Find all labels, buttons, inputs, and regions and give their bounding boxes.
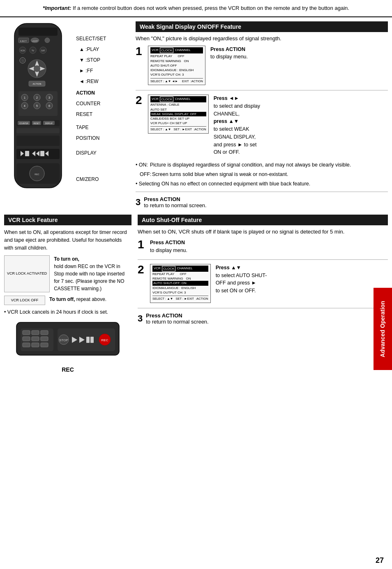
bottom-area: VCR Lock Feature When set to ON, all ope… bbox=[0, 215, 392, 374]
svg-rect-57 bbox=[23, 331, 30, 335]
step2-content: VCRCLOCKCHANNEL ANTENNA : CABLE AUTO SET… bbox=[148, 95, 388, 156]
auto-shutoff-section: Auto Shut-Off Feature When set to ON, VC… bbox=[136, 215, 388, 374]
svg-text:DISPLAY: DISPLAY bbox=[45, 122, 53, 124]
svg-rect-61 bbox=[32, 337, 39, 341]
svg-rect-1 bbox=[18, 28, 58, 36]
vcr-lock-section: VCR Lock Feature When set to ON, all ope… bbox=[4, 215, 136, 374]
step2-sub6: and press ► to set bbox=[214, 142, 257, 148]
bullet-on-text: Picture is displayed regardless of signa… bbox=[150, 161, 351, 169]
turn-off-instruction: To turn off, repeat above. bbox=[49, 296, 106, 305]
remote-illustration: EJECT LIGHT VCR TV SAT ⬛ bbox=[6, 21, 72, 194]
turn-on-instruction: To turn on, hold down REC on the VCR in … bbox=[54, 255, 131, 292]
weak-signal-step1: 1 VCRCLOCKCHANNEL REPEAT PLAY OFF REMOTE… bbox=[136, 46, 388, 86]
auto-shutoff-step1: 1 Press ACTION to display menu. bbox=[138, 239, 388, 254]
label-counter: COUNTER bbox=[76, 99, 100, 109]
bullet-selecting: • Selecting ON has no effect on connecte… bbox=[136, 180, 388, 188]
svg-text:3: 3 bbox=[48, 96, 50, 99]
vcr-lock-turn-off: VCR LOCK OFF To turn off, repeat above. bbox=[4, 296, 131, 305]
important-label: *Important: bbox=[43, 5, 71, 11]
svg-rect-63 bbox=[23, 343, 30, 347]
vcr-lock-bullet: • VCR Lock cancels in 24 hours if clock … bbox=[4, 308, 131, 316]
svg-text:COUNTER: COUNTER bbox=[19, 122, 29, 124]
svg-text:RESET: RESET bbox=[33, 122, 39, 124]
svg-text:⬛: ⬛ bbox=[21, 59, 25, 62]
auto-step2-text: Press ▲▼ to select AUTO SHUT- OFF and pr… bbox=[216, 264, 267, 295]
vcr-lock-off-box: VCR LOCK OFF bbox=[4, 296, 45, 305]
bullet-off-text: Screen turns solid blue when signal is w… bbox=[152, 171, 288, 178]
svg-text:REC: REC bbox=[35, 173, 39, 175]
svg-rect-62 bbox=[41, 337, 48, 341]
auto-step1-instruction: Press ACTION bbox=[150, 240, 185, 245]
step1-instruction: Press ACTION bbox=[210, 46, 245, 52]
svg-text:REC: REC bbox=[101, 338, 108, 342]
bullet-on-label: • ON: bbox=[136, 161, 150, 169]
bullet-off-label: OFF: bbox=[140, 171, 152, 178]
svg-text:STOP: STOP bbox=[59, 338, 68, 342]
svg-text:6: 6 bbox=[48, 104, 50, 107]
svg-text:4: 4 bbox=[24, 104, 25, 107]
label-action: ACTION bbox=[76, 88, 95, 98]
rec-label: REC bbox=[4, 365, 131, 374]
svg-rect-43 bbox=[16, 128, 60, 133]
step3-text: Press ACTION to return to normal screen. bbox=[144, 196, 206, 208]
bullet-off: OFF: Screen turns solid blue when signal… bbox=[136, 171, 388, 178]
advanced-operation-tab: Advanced Operation bbox=[374, 288, 392, 370]
auto-step3-number: 3 bbox=[138, 313, 143, 324]
auto-step2-sub3: to set ON or OFF. bbox=[216, 288, 256, 294]
label-rew: ◄ :REW bbox=[79, 76, 99, 86]
auto-step1-content: Press ACTION to display menu. bbox=[150, 239, 388, 254]
weak-signal-step2: 2 VCRCLOCKCHANNEL ANTENNA : CABLE AUTO S… bbox=[136, 95, 388, 156]
weak-signal-intro: When "ON," picture is displayed regardle… bbox=[136, 35, 388, 42]
svg-point-20 bbox=[34, 65, 40, 72]
auto-shutoff-step2: 2 VCRCLOCKCHANNEL REPEAT PLAY OFF REMOTE… bbox=[138, 264, 388, 303]
svg-rect-58 bbox=[32, 331, 39, 335]
auto-step2-number: 2 bbox=[138, 264, 146, 275]
auto-step2-content: VCRCLOCKCHANNEL REPEAT PLAY OFF REMOTE W… bbox=[150, 264, 388, 303]
auto-step1-number: 1 bbox=[138, 239, 146, 250]
auto-shutoff-header: Auto Shut-Off Feature bbox=[138, 215, 388, 225]
label-ff: ► :FF bbox=[79, 66, 93, 76]
vcr-lock-turn-on: VCR LOCK ACTIVATED To turn on, hold down… bbox=[4, 255, 131, 292]
svg-text:2: 2 bbox=[36, 96, 38, 99]
auto-step2-menu-screen: VCRCLOCKCHANNEL REPEAT PLAY OFF REMOTE W… bbox=[150, 264, 211, 303]
svg-text:ACTION: ACTION bbox=[33, 83, 42, 85]
remote-wrapper: EJECT LIGHT VCR TV SAT ⬛ bbox=[6, 21, 127, 194]
step1-text: Press ACTION to display menu. bbox=[210, 46, 248, 61]
page-number: 27 bbox=[376, 556, 384, 565]
svg-text:1: 1 bbox=[24, 96, 25, 99]
step1-number: 1 bbox=[136, 46, 144, 57]
auto-step2-press: Press ▲▼ bbox=[216, 265, 241, 271]
vcr-lock-off-label: VCR LOCK OFF bbox=[11, 298, 39, 303]
auto-shutoff-intro: When set to ON, VCR shuts off if blank t… bbox=[138, 229, 388, 235]
remote-labels: SELECT/SET ▲ :PLAY ▼ :STOP ► :FF ◄ :REW … bbox=[76, 34, 106, 185]
step2-press: Press ◄► bbox=[214, 95, 239, 101]
svg-text:SAT: SAT bbox=[41, 49, 45, 52]
vcr-lock-intro: When set to ON, all operations except fo… bbox=[4, 229, 131, 252]
vcr-lock-activated-box: VCR LOCK ACTIVATED bbox=[4, 255, 50, 292]
top-notice: *Important: If a remote control button d… bbox=[0, 0, 392, 17]
step2-number: 2 bbox=[136, 95, 144, 106]
step2-sub2: CHANNEL, bbox=[214, 111, 240, 117]
bullet-section: • ON: Picture is displayed regardless of… bbox=[136, 161, 388, 187]
step2-sub1: to select and display bbox=[214, 103, 260, 109]
svg-rect-59 bbox=[41, 331, 48, 335]
svg-text:VCR: VCR bbox=[21, 49, 25, 52]
auto-step2-sub2: OFF and press ► bbox=[216, 280, 256, 286]
turn-off-text: repeat above. bbox=[76, 296, 106, 302]
svg-rect-65 bbox=[41, 343, 48, 347]
auto-step3-sub: to return to normal screen. bbox=[146, 319, 208, 325]
step3-instruction: Press ACTION bbox=[144, 196, 180, 202]
auto-shutoff-step3: 3 Press ACTION to return to normal scree… bbox=[138, 312, 388, 325]
svg-rect-60 bbox=[23, 337, 30, 341]
label-select-set: SELECT/SET bbox=[76, 34, 106, 44]
label-position: POSITION bbox=[76, 133, 99, 143]
bottom-remote-container: STOP REC REC bbox=[4, 320, 131, 374]
svg-rect-64 bbox=[32, 343, 39, 347]
bullet-selecting-text: • Selecting ON has no effect on connecte… bbox=[136, 180, 310, 188]
auto-step3-text: Press ACTION to return to normal screen. bbox=[146, 312, 208, 325]
weak-signal-header: Weak Signal Display ON/OFF Feature bbox=[136, 21, 388, 32]
sidebar-label: Advanced Operation bbox=[379, 301, 386, 357]
turn-off-label: To turn off, bbox=[49, 296, 75, 302]
label-stop: ▼ :STOP bbox=[79, 55, 100, 65]
label-tape: TAPE bbox=[76, 123, 88, 132]
